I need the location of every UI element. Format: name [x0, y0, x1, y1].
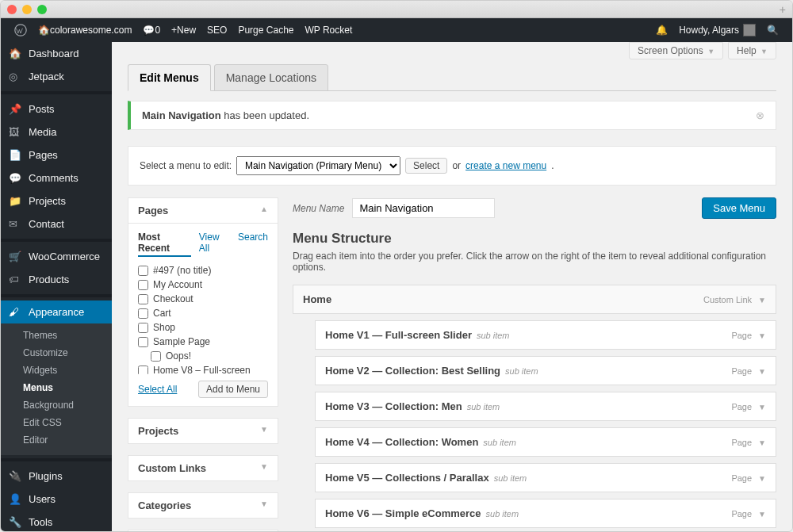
page-checkbox[interactable]	[138, 308, 148, 319]
page-checkbox[interactable]	[138, 323, 148, 333]
nav-plugins[interactable]: 🔌Plugins	[1, 465, 112, 488]
menu-select[interactable]: Main Navigation (Primary Menu)	[236, 156, 400, 175]
help-button[interactable]: Help ▼	[728, 42, 776, 59]
chevron-down-icon: ▼	[260, 425, 268, 434]
menu-item-title: Home V6 — Simple eCommerce	[325, 507, 481, 519]
nav-projects[interactable]: 📁Projects	[1, 189, 112, 212]
avatar	[743, 24, 756, 36]
metabox-custom-links[interactable]: Custom Links▼	[128, 456, 278, 480]
nav-contact[interactable]: ✉Contact	[1, 212, 112, 235]
site-link[interactable]: 🏠 colorawesome.com	[33, 25, 137, 36]
nav-media[interactable]: 🖼Media	[1, 121, 112, 144]
page-item-label: My Account	[153, 279, 202, 290]
nav-appearance[interactable]: 🖌Appearance	[1, 300, 112, 323]
select-menu-label: Select a menu to edit:	[140, 160, 232, 171]
page-checkbox[interactable]	[138, 294, 148, 304]
wp-rocket[interactable]: WP Rocket	[299, 25, 358, 36]
nav-jetpack[interactable]: ◎Jetpack	[1, 65, 112, 88]
menu-item-handle[interactable]: Home V6 — Simple eCommercesub itemPage▼	[315, 499, 776, 528]
comments-count[interactable]: 💬 0	[137, 25, 166, 36]
subnav-menus[interactable]: Menus	[1, 379, 112, 396]
menu-item-handle[interactable]: Home V1 — Full-screen Slidersub itemPage…	[315, 320, 776, 350]
nav-tabs: Edit Menus Manage Locations	[128, 64, 776, 91]
tab-manage-locations[interactable]: Manage Locations	[214, 64, 328, 91]
chevron-down-icon[interactable]: ▼	[758, 331, 766, 340]
dismiss-notice-icon[interactable]: ⊗	[756, 109, 764, 121]
subnav-editor[interactable]: Editor	[1, 431, 112, 449]
chevron-down-icon[interactable]: ▼	[758, 438, 766, 447]
chevron-down-icon[interactable]: ▼	[758, 510, 766, 519]
subnav-widgets[interactable]: Widgets	[1, 362, 112, 379]
page-checkbox[interactable]	[138, 366, 148, 374]
tab-search[interactable]: Search	[238, 232, 268, 257]
metabox-format[interactable]: Format▼	[128, 530, 278, 531]
subnav-themes[interactable]: Themes	[1, 327, 112, 344]
nav-woocommerce[interactable]: 🛒WooCommerce	[1, 245, 112, 268]
menu-item-handle[interactable]: Home V2 — Collection: Best Sellingsub it…	[315, 356, 776, 385]
subnav-customize[interactable]: Customize	[1, 344, 112, 362]
create-menu-link[interactable]: create a new menu	[465, 160, 546, 171]
page-item-label: Oops!	[166, 350, 191, 362]
sub-item-indicator: sub item	[486, 509, 519, 519]
sub-item-indicator: sub item	[483, 438, 516, 447]
add-to-menu-button[interactable]: Add to Menu	[198, 381, 268, 398]
menu-item-type: Page	[731, 509, 752, 519]
page-checkbox[interactable]	[138, 266, 148, 276]
menu-icon: 📌	[9, 103, 23, 115]
pages-heading[interactable]: Pages▲	[128, 198, 278, 223]
menu-item-handle[interactable]: HomeCustom Link▼	[293, 285, 776, 314]
seo-link[interactable]: SEO	[201, 25, 232, 36]
menu-item-handle[interactable]: Home V5 — Collections / Parallaxsub item…	[315, 463, 776, 492]
menu-item-handle[interactable]: Home V4 — Collection: Womensub itemPage▼	[315, 427, 776, 457]
nav-dashboard[interactable]: 🏠Dashboard	[1, 42, 112, 65]
wp-logo-icon[interactable]	[9, 24, 33, 36]
new-tab-icon[interactable]: +	[780, 3, 786, 16]
page-checkbox[interactable]	[138, 337, 148, 347]
page-checkbox[interactable]	[151, 351, 161, 362]
screen-options-button[interactable]: Screen Options ▼	[629, 42, 723, 59]
menu-item-title: Home V1 — Full-screen Slider	[325, 329, 472, 341]
nav-pages[interactable]: 📄Pages	[1, 144, 112, 166]
metabox-projects[interactable]: Projects▼	[128, 419, 278, 443]
menu-structure-desc: Drag each item into the order you prefer…	[293, 251, 776, 273]
tab-edit-menus[interactable]: Edit Menus	[128, 64, 211, 91]
close-dot[interactable]	[7, 5, 17, 14]
nav-users[interactable]: 👤Users	[1, 488, 112, 511]
select-menu-row: Select a menu to edit: Main Navigation (…	[128, 146, 776, 186]
tab-view-all[interactable]: View All	[199, 232, 230, 257]
subnav-background[interactable]: Background	[1, 396, 112, 414]
chevron-down-icon[interactable]: ▼	[758, 403, 766, 411]
save-menu-button[interactable]: Save Menu	[702, 197, 776, 219]
menu-item-title: Home V5 — Collections / Parallax	[325, 472, 489, 484]
search-icon[interactable]: 🔍	[761, 25, 784, 36]
menu-item-type: Page	[731, 331, 752, 340]
menu-item-handle[interactable]: Home V3 — Collection: Mensub itemPage▼	[315, 392, 776, 421]
nav-tools[interactable]: 🔧Tools	[1, 511, 112, 531]
purge-cache[interactable]: Purge Cache	[232, 25, 299, 36]
nav-products[interactable]: 🏷Products	[1, 268, 112, 291]
zoom-dot[interactable]	[37, 5, 47, 14]
nav-posts[interactable]: 📌Posts	[1, 98, 112, 121]
howdy[interactable]: Howdy, Algars	[673, 24, 761, 36]
chevron-down-icon[interactable]: ▼	[758, 367, 766, 376]
chevron-down-icon[interactable]: ▼	[758, 474, 766, 483]
sub-item-indicator: sub item	[467, 402, 500, 411]
page-checkbox[interactable]	[138, 280, 148, 290]
select-all-link[interactable]: Select All	[138, 384, 177, 395]
menu-name-input[interactable]	[352, 198, 495, 218]
nav-comments[interactable]: 💬Comments	[1, 166, 112, 189]
minimize-dot[interactable]	[22, 5, 32, 14]
chevron-down-icon[interactable]: ▼	[758, 296, 766, 304]
subnav-edit-css[interactable]: Edit CSS	[1, 414, 112, 431]
page-item-label: Sample Page	[153, 336, 210, 347]
menu-icon: 📁	[9, 195, 23, 207]
sub-item-indicator: sub item	[477, 331, 510, 340]
menu-icon: 💬	[9, 172, 23, 184]
metabox-categories[interactable]: Categories▼	[128, 493, 278, 518]
tab-most-recent[interactable]: Most Recent	[138, 232, 191, 257]
notification-icon[interactable]: 🔔	[650, 25, 673, 36]
select-button[interactable]: Select	[405, 158, 447, 174]
update-notice: Main Navigation has been updated. ⊗	[128, 101, 776, 130]
new-content[interactable]: + New	[166, 25, 201, 36]
pages-metabox: Pages▲ Most Recent View All Search #497 …	[128, 197, 278, 407]
